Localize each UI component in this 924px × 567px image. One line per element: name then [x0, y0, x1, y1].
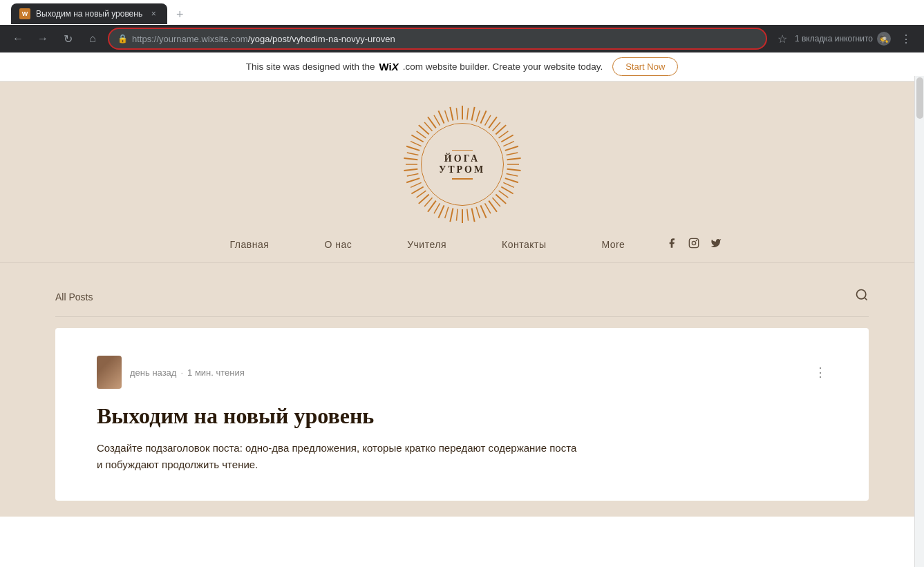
svg-line-22 [496, 194, 506, 203]
svg-line-7 [492, 122, 500, 131]
incognito-label: 1 вкладка инкогнито [795, 34, 873, 44]
lock-icon: 🔒 [117, 34, 128, 44]
url-path: /yoga/post/vyhodim-na-novyy-uroven [248, 34, 395, 44]
svg-line-2 [471, 107, 474, 121]
bookmark-button[interactable]: ☆ [773, 29, 792, 48]
browser-toolbar: ← → ↻ ⌂ 🔒 https://yourname.wixsite.com/y… [0, 25, 924, 52]
post-title: Выходим на новый уровень [97, 403, 827, 429]
logo-inner-circle: ЙОГА УТРОМ [421, 123, 504, 206]
close-button[interactable]: ✕ [887, 2, 918, 23]
tab-title: Выходим на новый уровень [36, 9, 142, 19]
svg-line-39 [416, 191, 426, 198]
svg-point-63 [857, 290, 866, 299]
nav-item-contacts[interactable]: Контакты [474, 239, 574, 250]
post-read-time: 1 мин. чтения [187, 367, 245, 378]
logo-text-line1: ЙОГА [444, 153, 480, 164]
website-content: ЙОГА УТРОМ Главная О нас Учителя Контакт… [0, 81, 924, 517]
wix-logo: WiX [379, 61, 399, 73]
nav-item-home[interactable]: Главная [202, 239, 297, 250]
svg-line-34 [438, 205, 444, 218]
social-links [666, 238, 722, 251]
svg-line-25 [484, 203, 491, 213]
svg-line-27 [476, 207, 480, 218]
url-base: https://yourname.wixsite.com [132, 34, 248, 44]
svg-line-32 [450, 209, 453, 222]
scrollbar[interactable] [914, 76, 924, 567]
svg-line-57 [444, 110, 448, 122]
incognito-icon: 🕵 [877, 32, 891, 46]
svg-line-20 [501, 187, 513, 194]
search-button[interactable] [855, 288, 869, 305]
svg-line-12 [505, 146, 518, 151]
menu-button[interactable]: ⋮ [896, 29, 916, 48]
window-controls: — ☐ ✕ [818, 2, 918, 23]
svg-line-37 [424, 198, 432, 206]
tab-close-button[interactable]: × [148, 8, 159, 19]
post-meta-info: день назад · 1 мин. чтения [130, 367, 245, 378]
logo-dash-top [452, 150, 473, 151]
nav-item-more[interactable]: More [574, 239, 653, 250]
svg-line-38 [418, 194, 428, 203]
refresh-button[interactable]: ↻ [58, 29, 77, 48]
svg-line-17 [506, 174, 518, 177]
svg-line-24 [489, 201, 497, 212]
tab-bar: W Выходим на новый уровень × + [6, 1, 815, 24]
nav-item-teachers[interactable]: Учителя [379, 239, 474, 250]
svg-line-46 [404, 158, 417, 160]
svg-rect-60 [690, 238, 699, 247]
svg-line-53 [424, 122, 432, 131]
svg-point-61 [692, 241, 696, 244]
svg-line-8 [496, 125, 506, 134]
svg-line-40 [411, 187, 423, 194]
maximize-button[interactable]: ☐ [852, 2, 884, 23]
post-meta-separator: · [180, 367, 183, 378]
svg-line-55 [434, 115, 440, 126]
svg-line-64 [865, 298, 867, 300]
svg-line-11 [503, 142, 514, 146]
svg-line-13 [506, 153, 518, 155]
logo-text-line2: УТРОМ [439, 164, 485, 175]
blog-area: All Posts день назад · 1 мин. чтения ⋮ В… [0, 263, 924, 515]
all-posts-filter[interactable]: All Posts [55, 291, 93, 302]
new-tab-button[interactable]: + [170, 5, 189, 24]
svg-line-29 [466, 209, 468, 221]
svg-line-43 [406, 174, 418, 177]
svg-line-1 [466, 108, 468, 119]
svg-line-4 [480, 110, 486, 123]
svg-line-42 [406, 178, 419, 182]
url-display: https://yourname.wixsite.com/yoga/post/v… [132, 34, 757, 44]
nav-item-about[interactable]: О нас [296, 239, 379, 250]
post-options-button[interactable]: ⋮ [814, 365, 827, 380]
post-excerpt: Создайте подзаголовок поста: одно-два пр… [97, 440, 581, 473]
svg-line-19 [503, 182, 514, 187]
svg-line-35 [434, 203, 440, 213]
incognito-badge: 1 вкладка инкогнито 🕵 [795, 32, 891, 46]
forward-button[interactable]: → [33, 29, 53, 48]
toolbar-right: ☆ 1 вкладка инкогнито 🕵 ⋮ [773, 29, 916, 48]
twitter-icon[interactable] [710, 238, 722, 251]
address-bar[interactable]: 🔒 https://yourname.wixsite.com/yoga/post… [108, 28, 767, 50]
svg-line-52 [418, 125, 428, 134]
site-logo[interactable]: ЙОГА УТРОМ [400, 102, 525, 227]
svg-line-48 [406, 146, 419, 151]
svg-line-51 [416, 131, 426, 138]
facebook-icon[interactable] [666, 238, 677, 251]
active-tab[interactable]: W Выходим на новый уровень × [11, 3, 167, 24]
minimize-button[interactable]: — [818, 2, 849, 23]
svg-line-44 [404, 169, 417, 171]
back-button[interactable]: ← [8, 29, 28, 48]
svg-line-58 [450, 107, 453, 121]
title-bar: W Выходим на новый уровень × + — ☐ ✕ [0, 0, 924, 25]
svg-line-6 [489, 117, 497, 128]
svg-line-36 [428, 201, 436, 212]
svg-line-26 [480, 205, 486, 218]
instagram-icon[interactable] [688, 238, 699, 251]
scrollbar-thumb[interactable] [916, 77, 923, 119]
svg-line-5 [484, 115, 491, 126]
blog-toolbar: All Posts [55, 277, 869, 317]
site-navigation: Главная О нас Учителя Контакты More [0, 227, 924, 263]
home-button[interactable]: ⌂ [83, 29, 102, 48]
svg-line-9 [498, 131, 508, 138]
svg-line-14 [507, 158, 520, 160]
start-now-button[interactable]: Start Now [612, 57, 678, 76]
